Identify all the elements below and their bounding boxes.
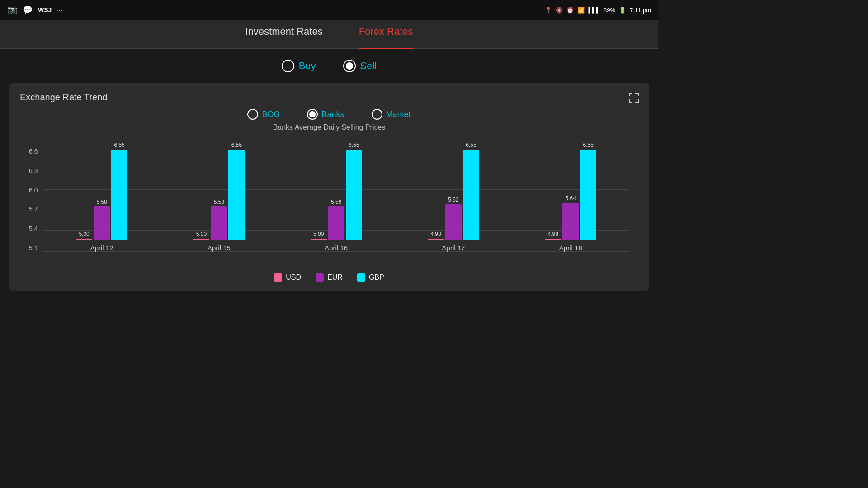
market-label: Market	[386, 110, 411, 119]
banks-radio-circle	[307, 109, 318, 120]
bar-value-gbp: 6.55	[466, 142, 476, 148]
bar-date-label: April 16	[325, 244, 348, 252]
y-axis-label: 5.4	[29, 225, 38, 232]
more-icon: ···	[57, 6, 62, 14]
bar-wrapper-gbp: 6.55	[580, 142, 596, 240]
bar-date-label: April 12	[90, 244, 113, 252]
y-axis-label: 6.6	[29, 148, 38, 155]
banks-label: Banks	[321, 110, 344, 119]
bar-value-gbp: 6.55	[583, 142, 594, 148]
y-axis-label: 5.7	[29, 206, 38, 213]
bar-value-usd: 4.98	[430, 231, 441, 237]
sell-radio[interactable]: Sell	[343, 60, 377, 72]
bar-value-eur: 5.58	[214, 199, 224, 205]
buy-radio-circle	[282, 60, 294, 72]
bar-value-gbp: 6.55	[231, 142, 242, 148]
bar-date-label: April 17	[442, 244, 465, 252]
legend-dot-gbp	[357, 273, 365, 282]
banks-radio[interactable]: Banks	[307, 109, 344, 120]
bar-usd	[545, 239, 561, 240]
bar-usd	[428, 239, 444, 240]
bar-chart-container: 6.66.36.05.75.45.1 5.005.586.55April 125…	[20, 139, 638, 265]
buy-radio[interactable]: Buy	[282, 60, 316, 72]
bar-eur	[328, 206, 344, 240]
bar-value-gbp: 6.55	[349, 142, 359, 148]
bar-group: 5.005.586.55April 16	[311, 142, 362, 252]
bar-wrapper-gbp: 6.55	[463, 142, 479, 240]
bar-wrapper-usd: 4.98	[428, 231, 444, 240]
chart-area: 5.005.586.55April 125.005.586.55April 15…	[43, 139, 629, 265]
legend-item-eur: EUR	[316, 273, 343, 282]
bar-wrapper-usd: 5.00	[193, 231, 209, 240]
bog-label: BOG	[262, 110, 280, 119]
wifi-icon: 📶	[577, 7, 585, 14]
bar-group: 5.005.586.55April 12	[76, 142, 127, 252]
bar-wrapper-eur: 5.58	[94, 199, 110, 240]
photo-icon: 📷	[7, 5, 17, 15]
buy-label: Buy	[299, 60, 316, 72]
chart-subtitle: Banks Average Daily Selling Prices	[20, 123, 638, 131]
bar-gbp	[111, 150, 127, 240]
bar-wrapper-eur: 5.64	[562, 195, 579, 240]
y-axis-label: 6.0	[29, 187, 38, 194]
bog-radio[interactable]: BOG	[247, 109, 280, 120]
bar-eur	[211, 206, 227, 240]
sell-label: Sell	[360, 60, 377, 72]
bar-eur	[562, 203, 579, 240]
bar-group-bars: 4.985.646.55	[545, 142, 596, 240]
location-icon: 📍	[545, 7, 552, 14]
whatsapp-icon: 💬	[23, 5, 33, 15]
bar-gbp	[580, 150, 596, 240]
bar-group: 4.985.626.55April 17	[428, 142, 479, 252]
legend-label-usd: USD	[286, 273, 301, 282]
bar-date-label: April 15	[208, 244, 231, 252]
bar-wrapper-eur: 5.62	[445, 197, 462, 240]
bar-date-label: April 18	[559, 244, 582, 252]
market-radio-circle	[372, 109, 382, 120]
bar-value-usd: 5.00	[313, 231, 324, 237]
chart-radio-group: BOG Banks Market	[20, 109, 638, 120]
bar-value-eur: 5.58	[96, 199, 107, 205]
legend-label-eur: EUR	[327, 273, 343, 282]
time-display: 7:11 pm	[630, 7, 651, 14]
y-axis: 6.66.36.05.75.45.1	[29, 139, 43, 265]
bar-wrapper-gbp: 6.55	[346, 142, 362, 240]
tab-bar: Investment Rates Forex Rates	[0, 20, 658, 49]
bar-wrapper-usd: 5.00	[311, 231, 327, 240]
bar-eur	[445, 204, 462, 240]
bar-gbp	[346, 150, 362, 240]
bar-gbp	[228, 150, 245, 240]
status-bar-right: 📍 🔇 ⏰ 📶 ▌▌▌ 89% 🔋 7:11 pm	[545, 7, 651, 14]
bar-wrapper-gbp: 6.55	[111, 142, 127, 240]
y-axis-label: 6.3	[29, 167, 38, 174]
tab-investment-rates[interactable]: Investment Rates	[245, 26, 322, 43]
bar-group: 4.985.646.55April 18	[545, 142, 596, 252]
market-radio[interactable]: Market	[372, 109, 411, 120]
status-bar: 📷 💬 WSJ ··· 📍 🔇 ⏰ 📶 ▌▌▌ 89% 🔋 7:11 pm	[0, 0, 658, 20]
expand-icon[interactable]	[627, 91, 640, 106]
legend-dot-usd	[274, 273, 282, 282]
tab-forex-rates[interactable]: Forex Rates	[359, 26, 413, 43]
bar-usd	[76, 239, 92, 240]
bar-value-eur: 5.62	[448, 197, 458, 203]
alarm-icon: ⏰	[566, 7, 574, 14]
battery-icon: 🔋	[619, 7, 626, 14]
bar-value-eur: 5.58	[331, 199, 341, 205]
status-bar-left: 📷 💬 WSJ ···	[7, 5, 62, 15]
bar-wrapper-eur: 5.58	[211, 199, 227, 240]
bar-group: 5.005.586.55April 15	[193, 142, 245, 252]
legend-item-usd: USD	[274, 273, 301, 282]
bar-wrapper-gbp: 6.55	[228, 142, 245, 240]
bar-usd	[193, 239, 209, 240]
battery-percent: 89%	[604, 7, 615, 14]
bar-value-usd: 5.00	[196, 231, 207, 237]
bar-value-usd: 5.00	[79, 231, 89, 237]
legend-item-gbp: GBP	[357, 273, 384, 282]
bog-radio-circle	[247, 109, 258, 120]
bars-row: 5.005.586.55April 125.005.586.55April 15…	[43, 139, 629, 252]
chart-card: Exchange Rate Trend BOG Banks Market Ban…	[9, 83, 649, 291]
bar-wrapper-eur: 5.58	[328, 199, 344, 240]
bar-value-eur: 5.64	[566, 195, 576, 202]
mute-icon: 🔇	[556, 7, 563, 14]
bar-group-bars: 5.005.586.55	[311, 142, 362, 240]
